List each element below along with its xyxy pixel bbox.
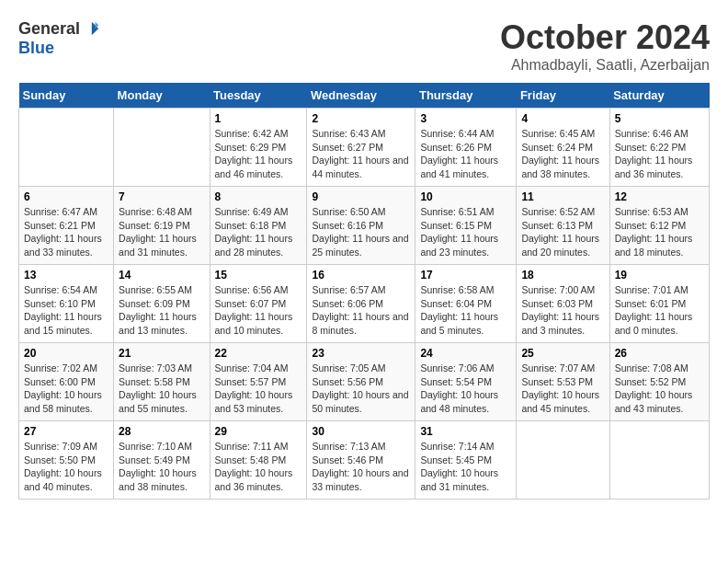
day-info: Sunrise: 6:48 AM Sunset: 6:19 PM Dayligh… (119, 205, 204, 259)
calendar-cell: 5Sunrise: 6:46 AM Sunset: 6:22 PM Daylig… (609, 109, 709, 187)
calendar-cell: 27Sunrise: 7:09 AM Sunset: 5:50 PM Dayli… (19, 421, 114, 500)
day-info: Sunrise: 6:44 AM Sunset: 6:26 PM Dayligh… (420, 127, 511, 181)
calendar-cell (19, 109, 114, 187)
calendar-cell: 7Sunrise: 6:48 AM Sunset: 6:19 PM Daylig… (114, 187, 210, 265)
day-info: Sunrise: 7:01 AM Sunset: 6:01 PM Dayligh… (615, 283, 704, 338)
weekday-header-tuesday: Tuesday (210, 83, 307, 109)
day-number: 30 (312, 425, 410, 438)
day-info: Sunrise: 7:13 AM Sunset: 5:46 PM Dayligh… (312, 440, 410, 494)
calendar-cell: 16Sunrise: 6:57 AM Sunset: 6:06 PM Dayli… (307, 265, 415, 343)
day-number: 12 (615, 190, 704, 203)
calendar-cell: 3Sunrise: 6:44 AM Sunset: 6:26 PM Daylig… (415, 109, 517, 187)
day-number: 23 (312, 347, 410, 360)
day-number: 19 (615, 269, 704, 282)
day-number: 21 (119, 347, 204, 360)
day-number: 7 (119, 190, 204, 203)
calendar-cell: 22Sunrise: 7:04 AM Sunset: 5:57 PM Dayli… (210, 343, 307, 421)
calendar-cell: 8Sunrise: 6:49 AM Sunset: 6:18 PM Daylig… (210, 187, 307, 265)
day-number: 14 (119, 269, 204, 282)
calendar-cell: 31Sunrise: 7:14 AM Sunset: 5:45 PM Dayli… (415, 421, 517, 500)
day-info: Sunrise: 7:04 AM Sunset: 5:57 PM Dayligh… (215, 362, 302, 416)
calendar-cell: 6Sunrise: 6:47 AM Sunset: 6:21 PM Daylig… (19, 187, 114, 265)
page-header: General Blue October 2024 Ahmadbayli, Sa… (18, 18, 710, 74)
calendar-cell: 25Sunrise: 7:07 AM Sunset: 5:53 PM Dayli… (517, 343, 609, 421)
day-number: 11 (521, 190, 604, 203)
weekday-header-monday: Monday (114, 83, 210, 109)
calendar-cell: 17Sunrise: 6:58 AM Sunset: 6:04 PM Dayli… (415, 265, 517, 343)
calendar-cell: 12Sunrise: 6:53 AM Sunset: 6:12 PM Dayli… (609, 187, 709, 265)
day-info: Sunrise: 7:03 AM Sunset: 5:58 PM Dayligh… (119, 362, 204, 416)
day-number: 24 (420, 347, 511, 360)
day-info: Sunrise: 6:56 AM Sunset: 6:07 PM Dayligh… (215, 283, 302, 338)
day-info: Sunrise: 7:02 AM Sunset: 6:00 PM Dayligh… (24, 362, 108, 416)
calendar-cell: 30Sunrise: 7:13 AM Sunset: 5:46 PM Dayli… (307, 421, 415, 500)
calendar-cell: 2Sunrise: 6:43 AM Sunset: 6:27 PM Daylig… (307, 109, 415, 187)
day-number: 29 (215, 425, 302, 438)
day-info: Sunrise: 6:47 AM Sunset: 6:21 PM Dayligh… (24, 205, 108, 259)
day-number: 28 (119, 425, 204, 438)
day-info: Sunrise: 7:14 AM Sunset: 5:45 PM Dayligh… (420, 440, 511, 494)
day-number: 10 (420, 190, 511, 203)
title-block: October 2024 Ahmadbayli, Saatli, Azerbai… (500, 18, 710, 74)
day-number: 4 (521, 112, 604, 125)
calendar-cell (517, 421, 609, 500)
calendar-week-row: 20Sunrise: 7:02 AM Sunset: 6:00 PM Dayli… (19, 343, 710, 421)
day-number: 18 (521, 269, 604, 282)
calendar-cell: 1Sunrise: 6:42 AM Sunset: 6:29 PM Daylig… (210, 109, 307, 187)
day-info: Sunrise: 7:11 AM Sunset: 5:48 PM Dayligh… (215, 440, 302, 494)
day-info: Sunrise: 6:42 AM Sunset: 6:29 PM Dayligh… (215, 127, 302, 181)
day-number: 5 (615, 112, 704, 125)
day-info: Sunrise: 7:09 AM Sunset: 5:50 PM Dayligh… (24, 440, 108, 494)
calendar-cell: 9Sunrise: 6:50 AM Sunset: 6:16 PM Daylig… (307, 187, 415, 265)
calendar-cell: 23Sunrise: 7:05 AM Sunset: 5:56 PM Dayli… (307, 343, 415, 421)
day-info: Sunrise: 7:10 AM Sunset: 5:49 PM Dayligh… (119, 440, 204, 494)
day-number: 20 (24, 347, 108, 360)
day-number: 2 (312, 112, 410, 125)
calendar-cell: 21Sunrise: 7:03 AM Sunset: 5:58 PM Dayli… (114, 343, 210, 421)
calendar-cell: 24Sunrise: 7:06 AM Sunset: 5:54 PM Dayli… (415, 343, 517, 421)
logo-icon (80, 18, 100, 39)
day-number: 13 (24, 269, 108, 282)
page-title: October 2024 (500, 18, 710, 57)
day-info: Sunrise: 7:05 AM Sunset: 5:56 PM Dayligh… (312, 362, 410, 416)
calendar-cell: 13Sunrise: 6:54 AM Sunset: 6:10 PM Dayli… (19, 265, 114, 343)
day-number: 27 (24, 425, 108, 438)
day-number: 1 (215, 112, 302, 125)
day-info: Sunrise: 6:53 AM Sunset: 6:12 PM Dayligh… (615, 205, 704, 259)
calendar-cell: 4Sunrise: 6:45 AM Sunset: 6:24 PM Daylig… (517, 109, 609, 187)
day-info: Sunrise: 7:07 AM Sunset: 5:53 PM Dayligh… (521, 362, 604, 416)
day-number: 25 (521, 347, 604, 360)
logo: General Blue (18, 18, 100, 58)
calendar-week-row: 6Sunrise: 6:47 AM Sunset: 6:21 PM Daylig… (19, 187, 710, 265)
logo-blue-text: Blue (18, 39, 54, 58)
logo-general-text: General (18, 19, 80, 39)
weekday-header-wednesday: Wednesday (307, 83, 415, 109)
weekday-header-thursday: Thursday (415, 83, 517, 109)
day-number: 22 (215, 347, 302, 360)
day-info: Sunrise: 6:50 AM Sunset: 6:16 PM Dayligh… (312, 205, 410, 259)
calendar-cell: 15Sunrise: 6:56 AM Sunset: 6:07 PM Dayli… (210, 265, 307, 343)
day-number: 26 (615, 347, 704, 360)
location-subtitle: Ahmadbayli, Saatli, Azerbaijan (500, 57, 710, 74)
day-info: Sunrise: 6:51 AM Sunset: 6:15 PM Dayligh… (420, 205, 511, 259)
day-info: Sunrise: 7:06 AM Sunset: 5:54 PM Dayligh… (420, 362, 511, 416)
day-number: 8 (215, 190, 302, 203)
calendar-cell: 19Sunrise: 7:01 AM Sunset: 6:01 PM Dayli… (609, 265, 709, 343)
day-number: 3 (420, 112, 511, 125)
calendar-cell: 14Sunrise: 6:55 AM Sunset: 6:09 PM Dayli… (114, 265, 210, 343)
day-info: Sunrise: 6:52 AM Sunset: 6:13 PM Dayligh… (521, 205, 604, 259)
day-info: Sunrise: 6:43 AM Sunset: 6:27 PM Dayligh… (312, 127, 410, 181)
calendar-cell (609, 421, 709, 500)
calendar-cell: 18Sunrise: 7:00 AM Sunset: 6:03 PM Dayli… (517, 265, 609, 343)
day-info: Sunrise: 6:58 AM Sunset: 6:04 PM Dayligh… (420, 283, 511, 338)
day-number: 17 (420, 269, 511, 282)
calendar-cell: 29Sunrise: 7:11 AM Sunset: 5:48 PM Dayli… (210, 421, 307, 500)
calendar-cell: 10Sunrise: 6:51 AM Sunset: 6:15 PM Dayli… (415, 187, 517, 265)
calendar-week-row: 27Sunrise: 7:09 AM Sunset: 5:50 PM Dayli… (19, 421, 710, 500)
weekday-header-sunday: Sunday (19, 83, 114, 109)
day-number: 6 (24, 190, 108, 203)
day-number: 16 (312, 269, 410, 282)
day-info: Sunrise: 6:45 AM Sunset: 6:24 PM Dayligh… (521, 127, 604, 181)
day-info: Sunrise: 6:55 AM Sunset: 6:09 PM Dayligh… (119, 283, 204, 338)
calendar-week-row: 13Sunrise: 6:54 AM Sunset: 6:10 PM Dayli… (19, 265, 710, 343)
